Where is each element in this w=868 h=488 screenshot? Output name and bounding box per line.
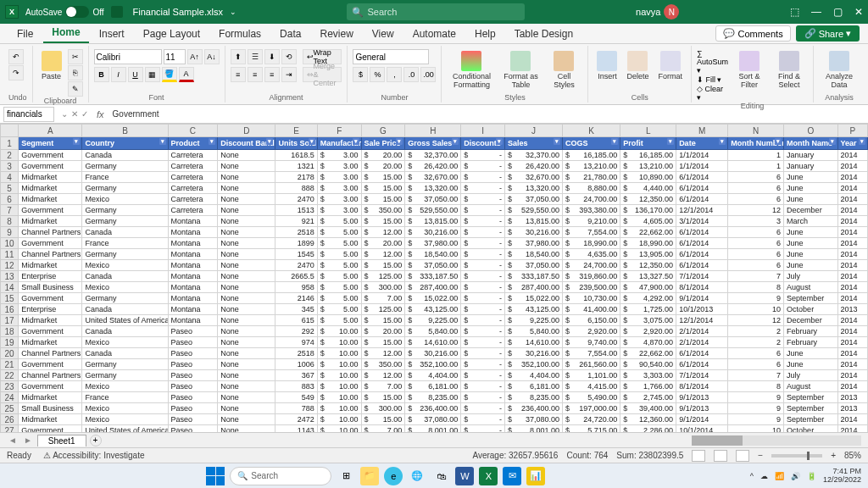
cell[interactable]: 26,420.00 xyxy=(504,161,562,172)
cell[interactable]: 2014 xyxy=(837,370,867,381)
cell[interactable]: 2014 xyxy=(837,194,867,205)
edge-icon[interactable]: e xyxy=(384,467,403,485)
row-header[interactable]: 14 xyxy=(1,282,19,293)
cell[interactable]: 12 xyxy=(728,205,784,216)
conditional-formatting-button[interactable]: Conditional Formatting xyxy=(447,49,496,91)
row-header[interactable]: 13 xyxy=(1,271,19,282)
cell[interactable]: 300.00 xyxy=(361,282,405,293)
select-all-cell[interactable] xyxy=(1,125,19,137)
cell[interactable]: Paseo xyxy=(168,370,218,381)
comma-button[interactable]: , xyxy=(387,67,402,82)
field-header[interactable]: Segment xyxy=(19,137,82,150)
cell[interactable]: 2,920.00 xyxy=(620,326,676,337)
cell[interactable]: Mexico xyxy=(82,414,168,425)
field-header[interactable]: Profit xyxy=(620,137,676,150)
zoom-level[interactable]: 85% xyxy=(844,451,861,460)
cell[interactable]: 37,080.00 xyxy=(504,414,562,425)
cell[interactable]: 6/1/2014 xyxy=(676,194,728,205)
cell[interactable]: 350.00 xyxy=(361,359,405,370)
cell[interactable]: 6,150.00 xyxy=(563,315,620,326)
cell[interactable]: August xyxy=(784,381,837,392)
cell[interactable]: 1143 xyxy=(275,425,317,433)
row-header[interactable]: 12 xyxy=(1,260,19,271)
cut-button[interactable]: ✂ xyxy=(68,49,83,64)
cell[interactable]: June xyxy=(784,348,837,359)
cell[interactable]: 236,400.00 xyxy=(504,403,562,414)
cell[interactable]: 1 xyxy=(728,150,784,161)
cell[interactable]: Midmarket xyxy=(19,194,82,205)
autosum-button[interactable]: ∑ AutoSum ▾ xyxy=(697,49,728,75)
cell[interactable]: 7.00 xyxy=(361,293,405,304)
cell[interactable]: - xyxy=(461,172,505,183)
cell[interactable]: Montana xyxy=(168,293,218,304)
save-icon[interactable] xyxy=(111,6,123,18)
tab-table-design[interactable]: Table Design xyxy=(506,25,581,43)
cell[interactable]: 9 xyxy=(728,403,784,414)
row-header[interactable]: 25 xyxy=(1,403,19,414)
cell[interactable]: 2014 xyxy=(837,216,867,227)
cell[interactable]: 3.00 xyxy=(317,205,361,216)
system-tray[interactable]: ^ ☁ 📶 🔊 🔋 7:41 PM12/29/2022 xyxy=(750,468,861,485)
row-header[interactable]: 23 xyxy=(1,381,19,392)
cell[interactable]: 6 xyxy=(728,348,784,359)
cell[interactable]: 14,610.00 xyxy=(504,337,562,348)
column-header[interactable]: K xyxy=(563,125,620,137)
cell[interactable]: 32,670.00 xyxy=(504,172,562,183)
cell[interactable]: 5.00 xyxy=(317,282,361,293)
task-view-icon[interactable]: ⊞ xyxy=(337,467,355,485)
cell[interactable]: 2472 xyxy=(275,414,317,425)
fill-button[interactable]: ⬇ Fill ▾ xyxy=(697,75,728,84)
cell[interactable]: 10,730.00 xyxy=(563,293,620,304)
cell[interactable]: Paseo xyxy=(168,392,218,403)
cell[interactable]: 8,001.00 xyxy=(504,425,562,433)
decrease-decimal-button[interactable]: .00 xyxy=(420,67,436,82)
cell[interactable]: 5,840.00 xyxy=(405,326,461,337)
cell[interactable]: 18,540.00 xyxy=(504,249,562,260)
cell[interactable]: 352,100.00 xyxy=(405,359,461,370)
cell[interactable]: Germany xyxy=(82,205,168,216)
cell[interactable]: 1006 xyxy=(275,359,317,370)
tab-page-layout[interactable]: Page Layout xyxy=(135,25,209,43)
format-as-table-button[interactable]: Format as Table xyxy=(498,49,542,91)
cell[interactable]: January xyxy=(784,150,837,161)
cell[interactable]: Mexico xyxy=(82,403,168,414)
cell[interactable]: Carretera xyxy=(168,194,218,205)
cell[interactable]: None xyxy=(218,337,275,348)
tab-file[interactable]: File xyxy=(8,25,42,43)
cell[interactable]: 5.00 xyxy=(317,227,361,238)
cell[interactable]: 3.00 xyxy=(317,150,361,161)
bold-button[interactable]: B xyxy=(94,67,109,82)
row-header[interactable]: 11 xyxy=(1,249,19,260)
cell[interactable]: Canada xyxy=(82,271,168,282)
row-header[interactable]: 10 xyxy=(1,238,19,249)
cell[interactable]: Canada xyxy=(82,150,168,161)
cell[interactable]: 1/1/2014 xyxy=(676,161,728,172)
onedrive-icon[interactable]: ☁ xyxy=(760,472,768,480)
cell[interactable]: 7,554.00 xyxy=(563,227,620,238)
cell[interactable]: Government xyxy=(19,150,82,161)
cell[interactable]: 6/1/2014 xyxy=(676,359,728,370)
cell[interactable]: 16,185.00 xyxy=(563,150,620,161)
cell[interactable]: France xyxy=(82,392,168,403)
cell[interactable]: Government xyxy=(19,326,82,337)
tab-automate[interactable]: Automate xyxy=(404,25,465,43)
row-header[interactable]: 24 xyxy=(1,392,19,403)
cell[interactable]: None xyxy=(218,381,275,392)
cell[interactable]: 9 xyxy=(728,414,784,425)
cell[interactable]: Canada xyxy=(82,348,168,359)
cell[interactable]: 8,235.00 xyxy=(504,392,562,403)
merge-center-button[interactable]: ⇔ Merge & Center xyxy=(303,67,342,82)
cell[interactable]: 2014 xyxy=(837,293,867,304)
cell[interactable]: 2,286.00 xyxy=(620,425,676,433)
number-format-select[interactable] xyxy=(353,49,429,64)
cell[interactable]: Canada xyxy=(82,227,168,238)
cell[interactable]: 4,404.00 xyxy=(405,370,461,381)
cell[interactable]: Midmarket xyxy=(19,172,82,183)
delete-cells-button[interactable]: Delete xyxy=(623,49,652,82)
row-header[interactable]: 22 xyxy=(1,370,19,381)
cell[interactable]: 90,540.00 xyxy=(620,359,676,370)
tab-formulas[interactable]: Formulas xyxy=(210,25,270,43)
normal-view-button[interactable] xyxy=(692,450,705,462)
cell[interactable]: Carretera xyxy=(168,172,218,183)
cell[interactable]: None xyxy=(218,249,275,260)
